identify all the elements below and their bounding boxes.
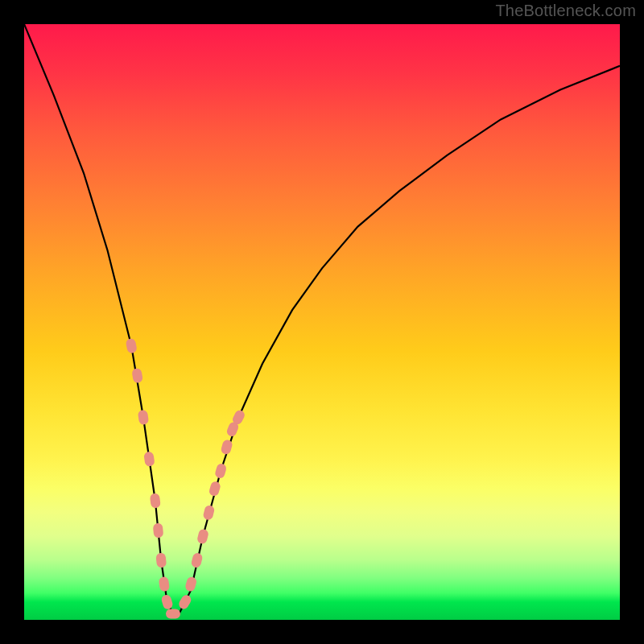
highlight-marker <box>160 593 174 610</box>
highlight-marker <box>138 410 149 426</box>
curve-layer <box>24 24 620 620</box>
highlight-marker <box>184 576 197 592</box>
highlight-marker <box>196 528 209 544</box>
highlight-marker <box>153 522 164 538</box>
highlight-marker <box>155 552 167 568</box>
highlight-marker <box>214 463 227 480</box>
highlight-marker <box>143 451 155 467</box>
watermark-text: TheBottleneck.com <box>495 2 636 20</box>
chart-frame: TheBottleneck.com <box>0 0 644 644</box>
highlight-marker <box>131 368 143 384</box>
highlight-marker <box>150 493 161 508</box>
highlight-marker <box>177 593 193 611</box>
highlight-marker <box>159 576 170 592</box>
bottleneck-curve-path <box>24 24 620 614</box>
highlight-markers <box>126 338 246 619</box>
highlight-marker <box>191 552 204 568</box>
highlight-marker <box>202 505 215 521</box>
highlight-marker <box>166 609 180 619</box>
highlight-marker <box>126 338 138 354</box>
plot-area <box>24 24 620 620</box>
highlight-marker <box>208 481 221 497</box>
